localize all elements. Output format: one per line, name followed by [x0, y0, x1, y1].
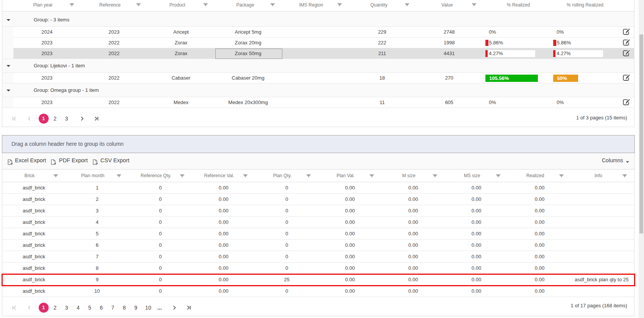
svg-text:x: x: [8, 160, 10, 163]
